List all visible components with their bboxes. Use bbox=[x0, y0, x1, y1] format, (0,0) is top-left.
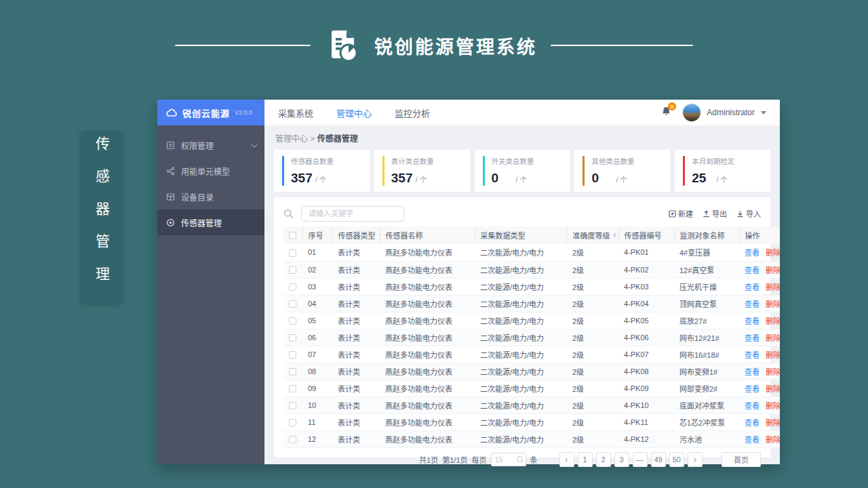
table-row[interactable]: 02 表计类 燕赵多功能电力仪表 二次能源/电力/电力 2级 4-PK02 12… bbox=[283, 261, 780, 278]
view-link[interactable]: 查看 bbox=[745, 283, 760, 291]
sensor-target-icon bbox=[166, 218, 175, 227]
page-number-button[interactable]: 2 bbox=[596, 452, 611, 467]
sidebar-logo: 锐创云能源 V2.0.0 bbox=[157, 100, 264, 125]
delete-link[interactable]: 删除 bbox=[766, 419, 780, 427]
cell-sensor-code: 4-PK06 bbox=[618, 329, 674, 346]
page-number-button[interactable]: — bbox=[633, 452, 648, 467]
sidebar-item-sensor-management[interactable]: 传感器管理 bbox=[157, 209, 264, 235]
table-row[interactable]: 08 表计类 燕赵多功能电力仪表 二次能源/电力/电力 2级 4-PK08 网布… bbox=[283, 363, 780, 380]
notification-bell-icon[interactable]: 5 bbox=[661, 106, 671, 119]
per-page-prefix: 每页 bbox=[472, 454, 487, 465]
table-row[interactable]: 11 表计类 燕赵多功能电力仪表 二次能源/电力/电力 2级 4-PK11 芯1… bbox=[283, 413, 780, 430]
table-row[interactable]: 09 表计类 燕赵多功能电力仪表 二次能源/电力/电力 2级 4-PK09 网部… bbox=[283, 380, 780, 396]
select-all-checkbox[interactable] bbox=[289, 232, 296, 239]
user-name[interactable]: Administrator bbox=[707, 108, 755, 117]
row-checkbox[interactable] bbox=[289, 385, 296, 392]
view-link[interactable]: 查看 bbox=[745, 436, 760, 444]
delete-link[interactable]: 删除 bbox=[766, 249, 780, 257]
table-row[interactable]: 04 表计类 燕赵多功能电力仪表 二次能源/电力/电力 2级 4-PK04 顶网… bbox=[283, 295, 780, 312]
delete-link[interactable]: 删除 bbox=[766, 385, 780, 393]
cell-target-name: 芯1芯2冲浆泵 bbox=[674, 413, 739, 430]
page-size-select[interactable]: 15 bbox=[491, 453, 526, 466]
export-button[interactable]: 导出 bbox=[703, 208, 727, 219]
user-menu-caret-icon[interactable] bbox=[761, 111, 766, 115]
view-link[interactable]: 查看 bbox=[745, 266, 760, 274]
stat-card: 其他类总数量 0 / 个 bbox=[574, 150, 670, 192]
search-icon bbox=[283, 209, 294, 219]
table-row[interactable]: 03 表计类 燕赵多功能电力仪表 二次能源/电力/电力 2级 4-PK03 压光… bbox=[283, 278, 780, 295]
row-checkbox[interactable] bbox=[289, 266, 296, 274]
top-nav: 采集系统 管理中心 监控分析 5 Administrator bbox=[264, 100, 780, 125]
new-button[interactable]: 新建 bbox=[669, 208, 693, 219]
delete-link[interactable]: 删除 bbox=[766, 436, 780, 444]
table-row[interactable]: 07 表计类 燕赵多功能电力仪表 二次能源/电力/电力 2级 4-PK07 网布… bbox=[283, 346, 780, 363]
page-number-button[interactable]: 1 bbox=[578, 452, 593, 467]
table-row[interactable]: 10 表计类 燕赵多功能电力仪表 二次能源/电力/电力 2级 4-PK10 底面… bbox=[283, 396, 780, 413]
stat-unit: / 个 bbox=[315, 174, 326, 184]
delete-link[interactable]: 删除 bbox=[766, 368, 780, 376]
stat-value: 357 bbox=[391, 171, 416, 186]
delete-link[interactable]: 删除 bbox=[766, 283, 780, 291]
prev-page-button[interactable]: ‹ bbox=[559, 452, 574, 467]
cell-target-name: 网部变频2# bbox=[674, 380, 739, 396]
delete-link[interactable]: 删除 bbox=[766, 300, 780, 308]
table-row[interactable]: 05 表计类 燕赵多功能电力仪表 二次能源/电力/电力 2级 4-PK05 底放… bbox=[283, 312, 780, 329]
delete-link[interactable]: 删除 bbox=[766, 266, 780, 274]
row-checkbox[interactable] bbox=[289, 283, 296, 291]
breadcrumb-root[interactable]: 管理中心 bbox=[275, 134, 308, 144]
cell-target-name: 12#真空泵 bbox=[674, 261, 739, 278]
view-link[interactable]: 查看 bbox=[745, 249, 760, 257]
view-link[interactable]: 查看 bbox=[745, 334, 760, 342]
view-link[interactable]: 查看 bbox=[745, 402, 760, 410]
view-link[interactable]: 查看 bbox=[745, 368, 760, 376]
page-number-button[interactable]: 3 bbox=[614, 452, 629, 467]
row-checkbox[interactable] bbox=[289, 334, 296, 342]
content-area: 管理中心 > 传感器管理 传感器总数量 357 / 个 表计类总数量 bbox=[264, 125, 780, 464]
sort-icon[interactable]: ▲▼ bbox=[613, 232, 617, 238]
sidebar-item-energy-unit-model[interactable]: 用能单元模型 bbox=[157, 158, 264, 184]
row-checkbox[interactable] bbox=[289, 351, 296, 359]
stat-card: 开关类总数量 0 / 个 bbox=[475, 150, 570, 192]
cell-sensor-type: 表计类 bbox=[332, 295, 380, 312]
stat-color-bar: 其他类总数量 0 / 个 bbox=[583, 156, 662, 186]
tab-collection-system[interactable]: 采集系统 bbox=[278, 106, 313, 119]
row-checkbox[interactable] bbox=[289, 317, 296, 325]
cell-target-name: 顶网真空泵 bbox=[674, 295, 739, 312]
import-button[interactable]: 导入 bbox=[736, 208, 761, 219]
stat-value: 0 bbox=[492, 171, 516, 186]
table-row[interactable]: 06 表计类 燕赵多功能电力仪表 二次能源/电力/电力 2级 4-PK06 网布… bbox=[283, 329, 780, 346]
next-page-button[interactable]: › bbox=[688, 452, 703, 467]
row-checkbox[interactable] bbox=[289, 368, 296, 375]
table-header-row: 序号 传感器类型 传感器名称 采集数据类型 准确度等级▲▼ 传感器编号 监测对象… bbox=[283, 226, 780, 244]
table-row[interactable]: 01 表计类 燕赵多功能电力仪表 二次能源/电力/电力 2级 4-PK01 4#… bbox=[283, 244, 780, 261]
delete-link[interactable]: 删除 bbox=[766, 351, 780, 359]
home-page-button[interactable]: 首页 bbox=[722, 452, 761, 467]
row-checkbox[interactable] bbox=[289, 402, 296, 409]
delete-link[interactable]: 删除 bbox=[766, 402, 780, 410]
row-checkbox[interactable] bbox=[289, 300, 296, 308]
tab-monitoring-analysis[interactable]: 监控分析 bbox=[395, 106, 430, 119]
stat-label: 表计类总数量 bbox=[391, 156, 462, 166]
per-page-suffix: 条 bbox=[530, 454, 538, 465]
page-number-button[interactable]: 50 bbox=[669, 452, 684, 467]
table-row[interactable]: 12 表计类 燕赵多功能电力仪表 二次能源/电力/电力 2级 4-PK12 污水… bbox=[283, 430, 780, 447]
tab-management-center[interactable]: 管理中心 bbox=[336, 106, 372, 119]
sidebar-item-permissions[interactable]: 权限管理 bbox=[157, 132, 264, 158]
view-link[interactable]: 查看 bbox=[745, 317, 760, 325]
search-input[interactable] bbox=[301, 206, 404, 222]
view-link[interactable]: 查看 bbox=[745, 419, 760, 427]
view-link[interactable]: 查看 bbox=[745, 351, 760, 359]
cell-serial: 10 bbox=[302, 396, 332, 413]
view-link[interactable]: 查看 bbox=[745, 300, 760, 308]
delete-link[interactable]: 删除 bbox=[766, 334, 780, 342]
view-link[interactable]: 查看 bbox=[745, 385, 760, 393]
delete-link[interactable]: 删除 bbox=[766, 317, 780, 325]
row-checkbox[interactable] bbox=[289, 419, 296, 426]
row-checkbox[interactable] bbox=[289, 436, 296, 443]
page-number-button[interactable]: 49 bbox=[651, 452, 666, 467]
row-checkbox[interactable] bbox=[289, 249, 296, 257]
cell-sensor-code: 4-PK08 bbox=[618, 363, 674, 380]
page-buttons: ‹ 123—4950 › bbox=[559, 452, 703, 467]
avatar[interactable] bbox=[683, 104, 701, 121]
sidebar-item-device-catalog[interactable]: 设备目录 bbox=[157, 184, 264, 209]
